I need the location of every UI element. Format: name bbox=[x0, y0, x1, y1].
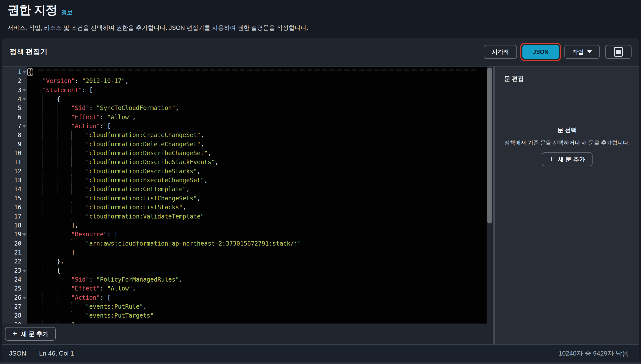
line-number: 20 bbox=[2, 239, 27, 248]
indent-guide bbox=[57, 140, 57, 149]
indent-guide bbox=[57, 149, 57, 158]
indent-guide bbox=[43, 302, 43, 311]
line-number: 2 bbox=[2, 76, 27, 86]
status-cursor-position: Ln 46, Col 1 bbox=[39, 350, 74, 357]
indent-guide bbox=[71, 311, 72, 320]
code-line: "events:PutTargets" bbox=[27, 311, 481, 320]
line-number: 3 bbox=[2, 86, 27, 94]
json-toggle-label: JSON bbox=[533, 49, 548, 55]
indent-guide bbox=[57, 230, 57, 239]
code-line: { bbox=[27, 266, 481, 275]
indent-guide bbox=[43, 149, 43, 158]
page-header: 권한 지정 정보 서비스, 작업, 리소스 및 조건을 선택하여 권한을 추가합… bbox=[8, 2, 604, 32]
line-number: 12 bbox=[2, 167, 27, 176]
line-number: 8 bbox=[2, 130, 27, 140]
fold-arrow-icon[interactable] bbox=[22, 98, 26, 100]
indent-guide bbox=[43, 167, 43, 176]
indent-guide bbox=[57, 275, 57, 284]
editor-gutter: 1234567891011121314151617181920212223242… bbox=[2, 66, 27, 324]
indent-guide bbox=[57, 284, 57, 293]
page-bottom-strip bbox=[0, 362, 641, 364]
fold-arrow-icon[interactable] bbox=[22, 270, 26, 272]
add-statement-panel-label: 새 문 추가 bbox=[558, 156, 585, 164]
code-line: "Effect": "Allow", bbox=[27, 284, 481, 293]
indent-guide bbox=[57, 113, 57, 122]
indent-guide bbox=[71, 167, 72, 176]
code-line: { bbox=[27, 94, 481, 104]
indent-guide bbox=[43, 320, 43, 324]
line-number: 5 bbox=[2, 104, 27, 112]
code-line: ], bbox=[27, 221, 481, 230]
indent-guide bbox=[43, 221, 43, 230]
line-number: 1 bbox=[2, 68, 27, 76]
indent-guide bbox=[57, 167, 57, 176]
indent-guide bbox=[71, 130, 72, 140]
indent-guide bbox=[71, 158, 72, 166]
indent-guide bbox=[57, 203, 57, 212]
line-number: 9 bbox=[2, 140, 27, 149]
line-number: 13 bbox=[2, 176, 27, 185]
split-panel-icon bbox=[614, 47, 623, 56]
indent-guide bbox=[43, 212, 43, 221]
fold-arrow-icon[interactable] bbox=[22, 125, 26, 128]
line-number: 28 bbox=[2, 311, 27, 320]
code-line: "cloudformation:GetTemplate", bbox=[27, 185, 481, 194]
indent-guide bbox=[43, 311, 43, 320]
indent-guide bbox=[71, 149, 72, 158]
visual-toggle-label: 시각적 bbox=[492, 48, 509, 56]
indent-guide bbox=[71, 239, 72, 248]
indent-guide bbox=[43, 284, 43, 293]
statement-panel: 문 편집 문 선택 정책에서 기존 문을 선택하거나 새 문을 추가합니다. +… bbox=[495, 66, 639, 344]
page-description: 서비스, 작업, 리소스 및 조건을 선택하여 권한을 추가합니다. JSON … bbox=[8, 24, 604, 32]
actions-dropdown-button[interactable]: 작업 bbox=[564, 45, 600, 59]
indent-guide bbox=[43, 257, 43, 266]
statement-panel-header: 문 편집 bbox=[495, 66, 639, 91]
code-line: "events:PutRule", bbox=[27, 302, 481, 311]
fold-arrow-icon[interactable] bbox=[22, 89, 26, 92]
indent-guide bbox=[43, 104, 43, 112]
line-number: 16 bbox=[2, 203, 27, 212]
status-characters-remaining: 10240자 중 9429자 남음 bbox=[558, 349, 632, 358]
code-line: "Sid": "SyncToCloudFormation", bbox=[27, 104, 481, 112]
indent-guide bbox=[43, 293, 43, 302]
code-line: "cloudformation:DescribeStacks", bbox=[27, 167, 481, 176]
code-line: "Action": [ bbox=[27, 122, 481, 130]
indent-guide bbox=[43, 266, 43, 275]
code-line: "Action": [ bbox=[27, 293, 481, 302]
indent-guide bbox=[71, 185, 72, 194]
add-statement-bottom-label: 새 문 추가 bbox=[21, 330, 48, 338]
indent-guide bbox=[71, 212, 72, 221]
line-number: 17 bbox=[2, 212, 27, 221]
fold-arrow-icon[interactable] bbox=[22, 234, 26, 236]
split-panel-button[interactable] bbox=[605, 45, 631, 59]
json-toggle-button[interactable]: JSON bbox=[522, 45, 559, 59]
add-statement-button-panel[interactable]: + 새 문 추가 bbox=[542, 152, 592, 166]
indent-guide bbox=[71, 176, 72, 185]
indent-guide bbox=[43, 176, 43, 185]
json-code-editor[interactable]: 1234567891011121314151617181920212223242… bbox=[2, 66, 487, 324]
editor-footer-strip: + 새 문 추가 bbox=[2, 324, 493, 344]
indent-guide bbox=[43, 248, 43, 257]
code-line: "cloudformation:DescribeStackEvents", bbox=[27, 158, 481, 166]
line-number: 19 bbox=[2, 230, 27, 239]
panel-divider bbox=[493, 66, 495, 344]
fold-arrow-icon[interactable] bbox=[22, 71, 26, 74]
editor-code-area[interactable]: { "Version": "2012-10-17", "Statement": … bbox=[27, 66, 481, 324]
status-mode: JSON bbox=[9, 350, 26, 357]
indent-guide bbox=[57, 194, 57, 203]
indent-guide bbox=[57, 239, 57, 248]
editor-scrollbar-track[interactable] bbox=[487, 66, 493, 324]
indent-guide bbox=[43, 194, 43, 203]
code-line: "cloudformation:DeleteChangeSet", bbox=[27, 140, 481, 149]
actions-label: 작업 bbox=[572, 48, 584, 56]
line-number: 25 bbox=[2, 284, 27, 293]
info-link[interactable]: 정보 bbox=[61, 9, 73, 16]
add-statement-button-bottom[interactable]: + 새 문 추가 bbox=[5, 327, 56, 341]
indent-guide bbox=[57, 185, 57, 194]
visual-toggle-button[interactable]: 시각적 bbox=[484, 45, 517, 59]
code-line: "cloudformation:ListStacks", bbox=[27, 203, 481, 212]
fold-arrow-icon[interactable] bbox=[22, 297, 26, 299]
code-line: "cloudformation:ListChangeSets", bbox=[27, 194, 481, 203]
indent-guide bbox=[43, 185, 43, 194]
editor-scrollbar-thumb[interactable] bbox=[487, 68, 492, 224]
